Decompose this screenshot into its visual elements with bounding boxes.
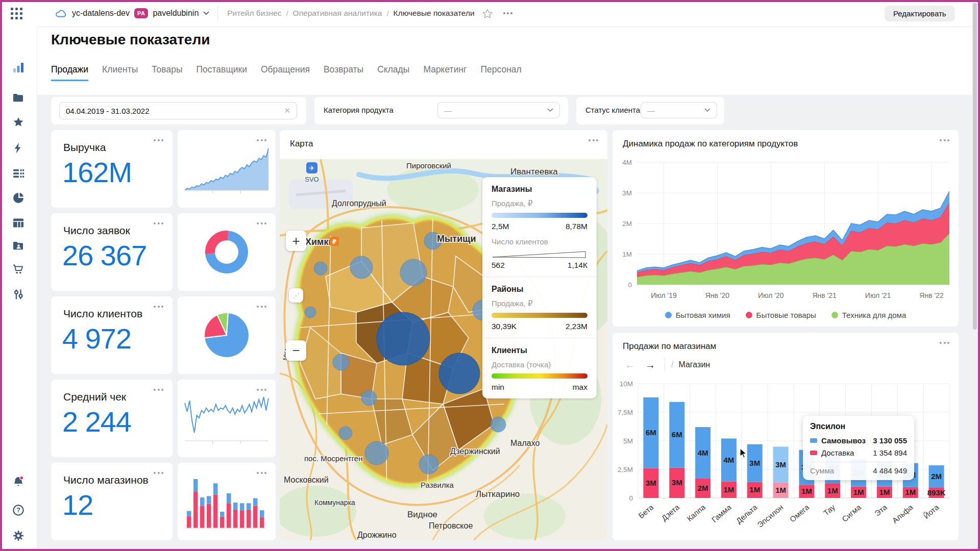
- map-place-label: Московский: [284, 475, 329, 484]
- breadcrumb-item[interactable]: Оперативная аналитика: [293, 9, 382, 18]
- card-menu-button[interactable]: [152, 387, 165, 393]
- header-more-button[interactable]: [503, 12, 512, 14]
- legend-item[interactable]: Техника для дома: [831, 311, 906, 319]
- map-bubble[interactable]: [339, 427, 352, 440]
- map-ruler-button[interactable]: ⋰: [289, 288, 303, 303]
- page-scrollbar[interactable]: [972, 2, 978, 549]
- legend-section-districts: Районы Продажа, ₽ 30,39K2,23М: [482, 277, 597, 338]
- datalens-logo-icon[interactable]: [12, 61, 25, 74]
- tab-Обращения[interactable]: Обращения: [261, 64, 310, 81]
- svg-text:3M: 3M: [622, 189, 632, 197]
- svg-text:₽: ₽: [332, 238, 336, 245]
- svg-text:Омега: Омега: [788, 503, 811, 524]
- scrollbar-thumb[interactable]: [973, 3, 977, 330]
- map-bubble[interactable]: [439, 353, 480, 394]
- card-menu-button[interactable]: [152, 137, 165, 143]
- svg-text:Июл '20: Июл '20: [758, 291, 784, 299]
- date-range-input[interactable]: 04.04.2019 - 31.03.2022 ✕: [59, 102, 297, 119]
- map-bubble[interactable]: [333, 354, 349, 370]
- tab-Клиенты[interactable]: Клиенты: [102, 64, 138, 81]
- svg-text:1М: 1М: [905, 488, 916, 496]
- svg-text:Дзета: Дзета: [659, 503, 681, 522]
- pie-chart-icon[interactable]: [12, 191, 25, 205]
- dashboard-tabs: ПродажиКлиентыТоварыПоставщикиОбращенияВ…: [51, 64, 522, 81]
- kpi-value: 26 367: [62, 239, 146, 272]
- map-bubble[interactable]: [365, 441, 388, 465]
- legend-item[interactable]: Бытовая химия: [665, 311, 730, 319]
- header-divider: [217, 7, 218, 20]
- card-menu-button[interactable]: [255, 304, 268, 310]
- map-widget: Карта: [280, 130, 607, 540]
- tab-Возвраты[interactable]: Возвраты: [324, 64, 363, 81]
- tooltip-total-row: Сумма 4 484 949: [810, 466, 907, 475]
- mini-chart-card-avg-check: [178, 380, 276, 457]
- card-menu-button[interactable]: [152, 304, 165, 310]
- tab-Персонал[interactable]: Персонал: [480, 64, 521, 81]
- tab-Продажи[interactable]: Продажи: [51, 64, 88, 81]
- status-filter-select[interactable]: —: [641, 102, 717, 118]
- list-view-icon[interactable]: [12, 167, 25, 180]
- favorites-star-icon[interactable]: [12, 116, 25, 129]
- tab-Склады[interactable]: Склады: [377, 64, 409, 81]
- breadcrumb-item[interactable]: Ритейл бизнес: [227, 9, 281, 18]
- svg-text:3М: 3М: [672, 478, 682, 487]
- tab-Товары[interactable]: Товары: [152, 64, 182, 81]
- svg-text:3М: 3М: [775, 460, 786, 469]
- tab-Поставщики[interactable]: Поставщики: [196, 64, 247, 81]
- shared-folder-icon[interactable]: [12, 239, 25, 253]
- table-icon[interactable]: [12, 216, 25, 230]
- legend-section-clients: Клиенты Доставка (точка) minmax: [482, 338, 597, 398]
- category-filter-select[interactable]: —: [437, 102, 560, 118]
- stacked-area-chart: Июл '19Янв '20Июл '20Янв '21Июл '21Янв '…: [612, 130, 959, 327]
- map-bubble[interactable]: [419, 455, 438, 474]
- map-place-label: Мытищи: [437, 234, 476, 244]
- notifications-bell-icon[interactable]: [12, 475, 25, 489]
- map-zoom-in-button[interactable]: +: [286, 231, 306, 251]
- svg-text:Тау: Тау: [822, 503, 837, 517]
- map-bubble[interactable]: [314, 262, 327, 275]
- settings-gear-icon[interactable]: [12, 529, 25, 542]
- map-bubble[interactable]: [377, 312, 430, 365]
- map-bubble[interactable]: [305, 307, 316, 318]
- card-menu-button[interactable]: [255, 220, 268, 227]
- svg-text:893K: 893K: [927, 488, 946, 497]
- favorite-star-icon[interactable]: [482, 8, 493, 19]
- edit-button[interactable]: Редактировать: [885, 6, 955, 21]
- map-zoom-out-button[interactable]: −: [286, 340, 306, 361]
- lightning-icon[interactable]: [12, 141, 25, 155]
- help-icon[interactable]: ?: [12, 504, 25, 517]
- card-menu-button[interactable]: [152, 220, 165, 227]
- legend-item[interactable]: Бытовые товары: [746, 311, 816, 319]
- svg-text:Июл '19: Июл '19: [651, 291, 677, 299]
- card-menu-button[interactable]: [255, 387, 268, 393]
- map-place-label: Ивантеевка: [510, 167, 558, 177]
- map-place-label: Пироговский: [406, 161, 451, 170]
- map-bubble[interactable]: [400, 259, 427, 286]
- clear-date-icon[interactable]: ✕: [284, 106, 290, 115]
- svg-text:0: 0: [628, 281, 632, 289]
- apps-grid-icon[interactable]: [11, 8, 22, 19]
- card-menu-button[interactable]: [255, 137, 268, 143]
- size-scale-triangle: [492, 251, 587, 259]
- tab-Маркетинг[interactable]: Маркетинг: [423, 64, 467, 81]
- category-dynamics-widget: Динамика продаж по категориям продуктов …: [612, 130, 959, 327]
- map-bubble[interactable]: [361, 390, 377, 406]
- svg-text:2M: 2M: [622, 220, 632, 228]
- svg-text:✈: ✈: [309, 164, 315, 172]
- svg-text:Эта: Эта: [873, 503, 889, 518]
- tenant-switcher[interactable]: yc-datalens-dev PA paveldubinin: [55, 8, 209, 18]
- mini-chart-card-clients: [178, 296, 276, 374]
- services-sliders-icon[interactable]: [12, 288, 25, 301]
- card-menu-button[interactable]: [586, 137, 600, 143]
- folder-icon[interactable]: [12, 91, 25, 105]
- map-bubble[interactable]: [350, 256, 373, 279]
- svg-text:1М: 1М: [879, 488, 890, 496]
- card-menu-button[interactable]: [152, 470, 165, 476]
- cart-icon[interactable]: [12, 263, 25, 276]
- card-menu-button[interactable]: [255, 470, 268, 476]
- map-bubble[interactable]: [491, 417, 506, 432]
- breadcrumb: Ритейл бизнес / Оперативная аналитика / …: [227, 9, 474, 18]
- tooltip-row: Доставка 1 354 894: [810, 448, 907, 457]
- series-swatch: [810, 438, 817, 443]
- kpi-label: Число магазинов: [63, 474, 149, 486]
